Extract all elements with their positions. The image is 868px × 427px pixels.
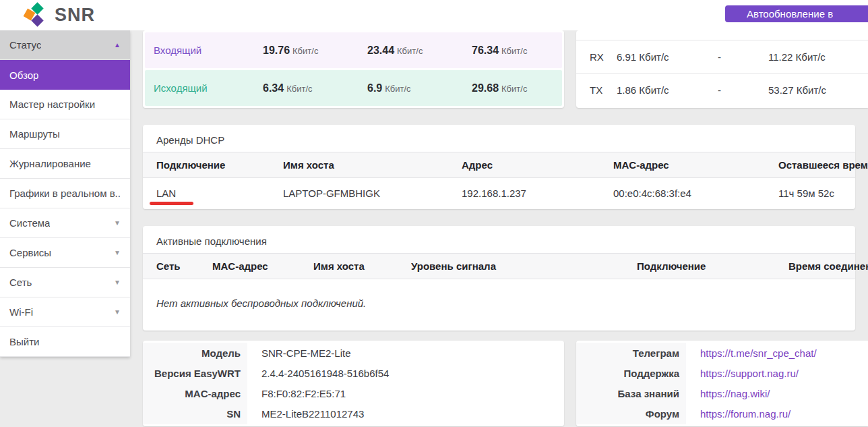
- traffic-row-label: Исходящий: [145, 82, 263, 94]
- sidebar-item-overview[interactable]: Обзор: [0, 60, 130, 90]
- device-info-row-model: МодельSNR-CPE-ME2-Lite: [143, 343, 564, 363]
- support-link-value-cell: https://t.me/snr_cpe_chat/: [686, 343, 868, 363]
- traffic-value: 23.44Кбит/с: [367, 45, 472, 57]
- traffic-value-unit: Кбит/с: [286, 84, 312, 94]
- sidebar-item-services[interactable]: Сервисы▼: [0, 238, 130, 268]
- traffic-value-number: 23.44: [367, 45, 394, 56]
- device-info-value: SNR-CPE-ME2-Lite: [247, 343, 564, 363]
- chevron-down-icon: ▼: [114, 309, 121, 316]
- traffic-value-number: 29.68: [472, 82, 499, 94]
- stats-rate-value: 1.86 Кбит/с: [617, 84, 718, 96]
- support-link-value-cell: https://nag.wiki/: [686, 384, 868, 404]
- snr-logo-icon: [24, 3, 49, 28]
- sidebar-item-label: Статус: [9, 39, 41, 51]
- support-link[interactable]: https://forum.nag.ru/: [700, 408, 790, 420]
- device-info-row-serial-number: SNME2-LiteB2211012743: [143, 404, 564, 424]
- support-links-card: Телеграмhttps://t.me/snr_cpe_chat/Поддер…: [576, 341, 868, 426]
- sidebar-item-status[interactable]: Статус▲: [0, 30, 130, 60]
- support-link[interactable]: https://t.me/snr_cpe_chat/: [700, 347, 817, 359]
- traffic-value-unit: Кбит/с: [292, 46, 318, 56]
- dhcp-cell-address: 192.168.1.237: [462, 188, 613, 199]
- traffic-row-outgoing: Исходящий6.34Кбит/с6.9Кбит/с29.68Кбит/с: [145, 70, 562, 106]
- traffic-value-number: 76.34: [472, 45, 499, 56]
- support-link-label: Форум: [576, 404, 686, 424]
- chevron-down-icon: ▼: [114, 250, 121, 256]
- sidebar-item-label: Маршруты: [9, 128, 60, 140]
- device-info-label: MAC-адрес: [143, 384, 247, 404]
- empty-state-message: Нет активных беспроводных подключений.: [156, 297, 855, 309]
- support-link[interactable]: https://support.nag.ru/: [700, 368, 799, 379]
- column-header: Уровень сигнала: [411, 260, 637, 272]
- stats-total-value: 11.22 Кбит/с: [768, 51, 868, 63]
- stats-rate-value: 6.91 Кбит/с: [617, 51, 718, 63]
- dhcp-cell-mac: 00:e0:4c:68:3f:e4: [613, 188, 778, 199]
- connections-table-header-row: СетьMAC-адресИмя хостаУровень сигналаПод…: [143, 253, 855, 279]
- sidebar-item-label: Wi-Fi: [9, 306, 33, 318]
- autoupdate-button[interactable]: Автообновление в: [725, 5, 868, 22]
- column-header: Адрес: [462, 159, 613, 171]
- column-header: Подключение: [156, 159, 283, 171]
- sidebar-item-network[interactable]: Сеть▼: [0, 268, 130, 297]
- traffic-value: 76.34Кбит/с: [472, 45, 562, 57]
- support-link-row-knowledge-base: База знанийhttps://nag.wiki/: [576, 384, 868, 404]
- support-link-row-support: Поддержкаhttps://support.nag.ru/: [576, 363, 868, 383]
- dhcp-cell-connection: LAN: [156, 188, 283, 199]
- main-content: Входящий19.76Кбит/с23.44Кбит/с76.34Кбит/…: [130, 30, 868, 427]
- dhcp-table-header-row: ПодключениеИмя хостаАдресMAC-адресОставш…: [143, 152, 855, 178]
- stats-total-value: 53.27 Кбит/с: [768, 84, 868, 96]
- sidebar-item-system[interactable]: Система▼: [0, 208, 130, 238]
- stats-label: RX: [590, 51, 617, 63]
- sidebar-item-routes[interactable]: Маршруты: [0, 119, 130, 149]
- device-info-label: SN: [143, 404, 247, 424]
- column-header: Имя хоста: [283, 159, 462, 171]
- sidebar-item-realtime-graphs[interactable]: Графики в реальном в...: [0, 179, 130, 208]
- stats-row-rx: RX6.91 Кбит/с-11.22 Кбит/с: [576, 40, 868, 73]
- column-header: MAC-адрес: [613, 159, 778, 171]
- stats-clipped-header: [576, 30, 868, 40]
- device-info-row-easywrt-version: Версия EasyWRT2.4.4-2405161948-516b6f54: [143, 363, 564, 383]
- sidebar-item-label: Журналирование: [9, 158, 91, 169]
- dhcp-cell-hostname: LAPTOP-GFMBHIGK: [283, 188, 462, 199]
- column-header: MAC-адрес: [212, 260, 313, 272]
- sidebar-item-setup-wizard[interactable]: Мастер настройки: [0, 90, 130, 119]
- traffic-value-number: 19.76: [263, 45, 290, 56]
- stats-label: TX: [590, 84, 617, 96]
- traffic-value-number: 6.34: [263, 82, 284, 94]
- dhcp-leases-card: Аренды DHCP ПодключениеИмя хостаАдресMAC…: [143, 125, 855, 209]
- traffic-value-unit: Кбит/с: [385, 84, 410, 94]
- sidebar-item-logout[interactable]: Выйти: [0, 327, 130, 357]
- traffic-value-number: 6.9: [367, 82, 382, 94]
- connections-section-title: Активные подключения: [143, 226, 855, 248]
- dhcp-section-title: Аренды DHCP: [143, 125, 855, 146]
- support-link[interactable]: https://nag.wiki/: [700, 388, 770, 399]
- brand-text: SNR: [55, 5, 95, 26]
- interface-traffic-card: RX6.91 Кбит/с-11.22 Кбит/сTX1.86 Кбит/с-…: [576, 30, 868, 108]
- device-info-value: 2.4.4-2405161948-516b6f54: [247, 363, 564, 383]
- column-header: Оставшееся время аренды: [778, 159, 868, 171]
- support-link-row-forum: Форумhttps://forum.nag.ru/: [576, 404, 868, 424]
- snr-logo: SNR: [24, 3, 95, 28]
- traffic-row-incoming: Входящий19.76Кбит/с23.44Кбит/с76.34Кбит/…: [145, 32, 562, 68]
- sidebar-item-label: Сервисы: [9, 247, 51, 258]
- support-link-row-telegram: Телеграмhttps://t.me/snr_cpe_chat/: [576, 343, 868, 363]
- sidebar-item-label: Обзор: [9, 69, 38, 81]
- traffic-value-unit: Кбит/с: [501, 46, 527, 56]
- chevron-down-icon: ▼: [114, 220, 121, 227]
- support-link-label: База знаний: [576, 384, 686, 404]
- stats-row-tx: TX1.86 Кбит/с-53.27 Кбит/с: [576, 73, 868, 106]
- support-link-value-cell: https://support.nag.ru/: [686, 363, 868, 383]
- column-header: Подключение: [637, 260, 788, 272]
- sidebar-item-wifi[interactable]: Wi-Fi▼: [0, 297, 130, 327]
- device-info-value: ME2-LiteB2211012743: [247, 404, 564, 424]
- device-info-value: F8:F0:82:F2:E5:71: [247, 384, 564, 404]
- top-bar: SNR Автообновление в: [0, 0, 868, 30]
- traffic-summary-card: Входящий19.76Кбит/с23.44Кбит/с76.34Кбит/…: [143, 30, 564, 108]
- sidebar-item-logging[interactable]: Журналирование: [0, 149, 130, 179]
- sidebar: Статус▲ОбзорМастер настройкиМаршрутыЖурн…: [0, 30, 130, 357]
- sidebar-item-label: Сеть: [9, 277, 32, 288]
- device-info-row-mac-address: MAC-адресF8:F0:82:F2:E5:71: [143, 384, 564, 404]
- device-info-label: Версия EasyWRT: [143, 363, 247, 383]
- stats-dash: -: [718, 84, 768, 96]
- column-header: Имя хоста: [313, 260, 411, 272]
- dhcp-connection-value: LAN: [156, 188, 176, 199]
